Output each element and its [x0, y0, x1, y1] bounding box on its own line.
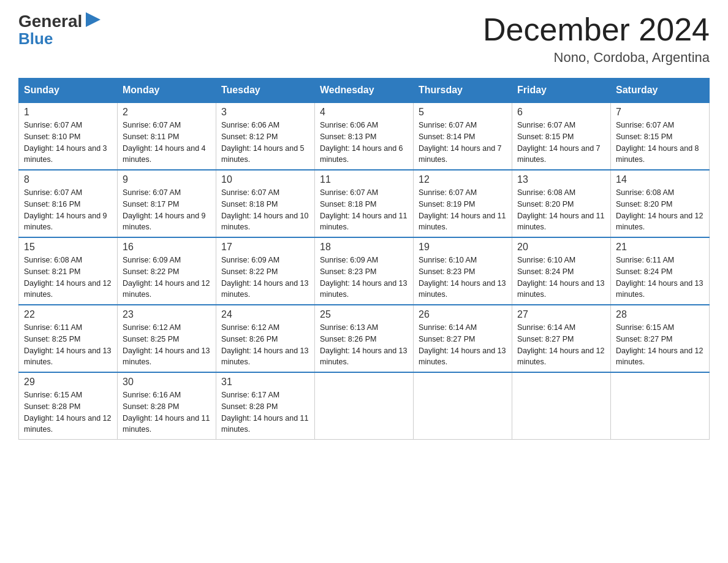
calendar-cell — [315, 372, 414, 440]
day-info: Sunrise: 6:06 AM Sunset: 8:12 PM Dayligh… — [221, 120, 309, 166]
day-info: Sunrise: 6:10 AM Sunset: 8:23 PM Dayligh… — [419, 255, 507, 301]
day-info: Sunrise: 6:06 AM Sunset: 8:13 PM Dayligh… — [320, 120, 408, 166]
calendar-cell: 21 Sunrise: 6:11 AM Sunset: 8:24 PM Dayl… — [611, 237, 710, 305]
logo-blue-text: Blue — [18, 29, 53, 48]
day-info: Sunrise: 6:07 AM Sunset: 8:17 PM Dayligh… — [123, 187, 211, 233]
day-number: 19 — [419, 242, 507, 253]
day-number: 8 — [24, 174, 112, 185]
calendar-week-2: 8 Sunrise: 6:07 AM Sunset: 8:16 PM Dayli… — [19, 170, 710, 237]
day-number: 13 — [517, 174, 605, 185]
calendar-cell: 17 Sunrise: 6:09 AM Sunset: 8:22 PM Dayl… — [216, 237, 315, 305]
calendar-cell: 5 Sunrise: 6:07 AM Sunset: 8:14 PM Dayli… — [414, 102, 512, 170]
calendar-cell: 23 Sunrise: 6:12 AM Sunset: 8:25 PM Dayl… — [118, 305, 216, 372]
calendar-cell: 30 Sunrise: 6:16 AM Sunset: 8:28 PM Dayl… — [118, 372, 216, 440]
weekday-header-monday: Monday — [118, 79, 216, 103]
day-info: Sunrise: 6:07 AM Sunset: 8:18 PM Dayligh… — [320, 187, 408, 233]
day-info: Sunrise: 6:11 AM Sunset: 8:24 PM Dayligh… — [616, 255, 704, 301]
day-info: Sunrise: 6:07 AM Sunset: 8:14 PM Dayligh… — [419, 120, 507, 166]
day-number: 28 — [616, 309, 704, 320]
calendar-cell: 25 Sunrise: 6:13 AM Sunset: 8:26 PM Dayl… — [315, 305, 414, 372]
day-number: 26 — [419, 309, 507, 320]
calendar-cell: 16 Sunrise: 6:09 AM Sunset: 8:22 PM Dayl… — [118, 237, 216, 305]
calendar-table: SundayMondayTuesdayWednesdayThursdayFrid… — [18, 78, 710, 440]
day-info: Sunrise: 6:07 AM Sunset: 8:16 PM Dayligh… — [24, 187, 112, 233]
day-info: Sunrise: 6:09 AM Sunset: 8:22 PM Dayligh… — [123, 255, 211, 301]
calendar-cell: 24 Sunrise: 6:12 AM Sunset: 8:26 PM Dayl… — [216, 305, 315, 372]
calendar-cell: 2 Sunrise: 6:07 AM Sunset: 8:11 PM Dayli… — [118, 102, 216, 170]
calendar-cell: 10 Sunrise: 6:07 AM Sunset: 8:18 PM Dayl… — [216, 170, 315, 237]
calendar-cell: 15 Sunrise: 6:08 AM Sunset: 8:21 PM Dayl… — [19, 237, 118, 305]
day-info: Sunrise: 6:07 AM Sunset: 8:10 PM Dayligh… — [24, 120, 112, 166]
day-number: 7 — [616, 107, 704, 118]
day-info: Sunrise: 6:07 AM Sunset: 8:15 PM Dayligh… — [517, 120, 605, 166]
weekday-header-sunday: Sunday — [19, 79, 118, 103]
day-info: Sunrise: 6:10 AM Sunset: 8:24 PM Dayligh… — [517, 255, 605, 301]
svg-marker-0 — [86, 12, 100, 27]
day-number: 30 — [123, 377, 211, 388]
day-number: 5 — [419, 107, 507, 118]
logo: General Blue — [18, 12, 105, 47]
day-info: Sunrise: 6:09 AM Sunset: 8:23 PM Dayligh… — [320, 255, 408, 301]
calendar-week-1: 1 Sunrise: 6:07 AM Sunset: 8:10 PM Dayli… — [19, 102, 710, 170]
weekday-header-wednesday: Wednesday — [315, 79, 414, 103]
day-info: Sunrise: 6:08 AM Sunset: 8:21 PM Dayligh… — [24, 255, 112, 301]
page-header: General Blue December 2024 Nono, Cordoba… — [18, 12, 710, 66]
calendar-cell: 1 Sunrise: 6:07 AM Sunset: 8:10 PM Dayli… — [19, 102, 118, 170]
calendar-cell: 20 Sunrise: 6:10 AM Sunset: 8:24 PM Dayl… — [512, 237, 611, 305]
day-number: 15 — [24, 242, 112, 253]
calendar-week-4: 22 Sunrise: 6:11 AM Sunset: 8:25 PM Dayl… — [19, 305, 710, 372]
day-number: 23 — [123, 309, 211, 320]
day-number: 2 — [123, 107, 211, 118]
calendar-cell: 27 Sunrise: 6:14 AM Sunset: 8:27 PM Dayl… — [512, 305, 611, 372]
calendar-cell: 22 Sunrise: 6:11 AM Sunset: 8:25 PM Dayl… — [19, 305, 118, 372]
calendar-cell: 18 Sunrise: 6:09 AM Sunset: 8:23 PM Dayl… — [315, 237, 414, 305]
calendar-cell: 9 Sunrise: 6:07 AM Sunset: 8:17 PM Dayli… — [118, 170, 216, 237]
title-block: December 2024 Nono, Cordoba, Argentina — [483, 12, 710, 66]
calendar-cell: 29 Sunrise: 6:15 AM Sunset: 8:28 PM Dayl… — [19, 372, 118, 440]
day-info: Sunrise: 6:17 AM Sunset: 8:28 PM Dayligh… — [221, 389, 309, 435]
calendar-cell: 7 Sunrise: 6:07 AM Sunset: 8:15 PM Dayli… — [611, 102, 710, 170]
calendar-cell: 12 Sunrise: 6:07 AM Sunset: 8:19 PM Dayl… — [414, 170, 512, 237]
day-number: 21 — [616, 242, 704, 253]
day-number: 1 — [24, 107, 112, 118]
day-number: 12 — [419, 174, 507, 185]
day-number: 4 — [320, 107, 408, 118]
calendar-cell: 4 Sunrise: 6:06 AM Sunset: 8:13 PM Dayli… — [315, 102, 414, 170]
day-info: Sunrise: 6:14 AM Sunset: 8:27 PM Dayligh… — [517, 322, 605, 368]
day-number: 14 — [616, 174, 704, 185]
calendar-cell — [611, 372, 710, 440]
calendar-cell: 13 Sunrise: 6:08 AM Sunset: 8:20 PM Dayl… — [512, 170, 611, 237]
day-info: Sunrise: 6:07 AM Sunset: 8:15 PM Dayligh… — [616, 120, 704, 166]
day-info: Sunrise: 6:14 AM Sunset: 8:27 PM Dayligh… — [419, 322, 507, 368]
calendar-cell — [414, 372, 512, 440]
calendar-cell: 31 Sunrise: 6:17 AM Sunset: 8:28 PM Dayl… — [216, 372, 315, 440]
day-number: 22 — [24, 309, 112, 320]
weekday-header-thursday: Thursday — [414, 79, 512, 103]
day-number: 29 — [24, 377, 112, 388]
logo-arrow-icon — [83, 9, 105, 31]
weekday-header-saturday: Saturday — [611, 79, 710, 103]
day-number: 31 — [221, 377, 309, 388]
day-info: Sunrise: 6:11 AM Sunset: 8:25 PM Dayligh… — [24, 322, 112, 368]
day-info: Sunrise: 6:13 AM Sunset: 8:26 PM Dayligh… — [320, 322, 408, 368]
location-text: Nono, Cordoba, Argentina — [483, 50, 710, 66]
calendar-cell: 8 Sunrise: 6:07 AM Sunset: 8:16 PM Dayli… — [19, 170, 118, 237]
day-number: 25 — [320, 309, 408, 320]
day-info: Sunrise: 6:15 AM Sunset: 8:27 PM Dayligh… — [616, 322, 704, 368]
day-info: Sunrise: 6:16 AM Sunset: 8:28 PM Dayligh… — [123, 389, 211, 435]
calendar-cell: 28 Sunrise: 6:15 AM Sunset: 8:27 PM Dayl… — [611, 305, 710, 372]
calendar-cell: 19 Sunrise: 6:10 AM Sunset: 8:23 PM Dayl… — [414, 237, 512, 305]
day-info: Sunrise: 6:07 AM Sunset: 8:11 PM Dayligh… — [123, 120, 211, 166]
calendar-week-3: 15 Sunrise: 6:08 AM Sunset: 8:21 PM Dayl… — [19, 237, 710, 305]
day-info: Sunrise: 6:08 AM Sunset: 8:20 PM Dayligh… — [616, 187, 704, 233]
day-info: Sunrise: 6:15 AM Sunset: 8:28 PM Dayligh… — [24, 389, 112, 435]
calendar-week-5: 29 Sunrise: 6:15 AM Sunset: 8:28 PM Dayl… — [19, 372, 710, 440]
month-title: December 2024 — [483, 12, 710, 47]
weekday-header-tuesday: Tuesday — [216, 79, 315, 103]
day-number: 16 — [123, 242, 211, 253]
day-info: Sunrise: 6:12 AM Sunset: 8:26 PM Dayligh… — [221, 322, 309, 368]
day-number: 17 — [221, 242, 309, 253]
day-info: Sunrise: 6:07 AM Sunset: 8:19 PM Dayligh… — [419, 187, 507, 233]
weekday-header-friday: Friday — [512, 79, 611, 103]
day-info: Sunrise: 6:08 AM Sunset: 8:20 PM Dayligh… — [517, 187, 605, 233]
